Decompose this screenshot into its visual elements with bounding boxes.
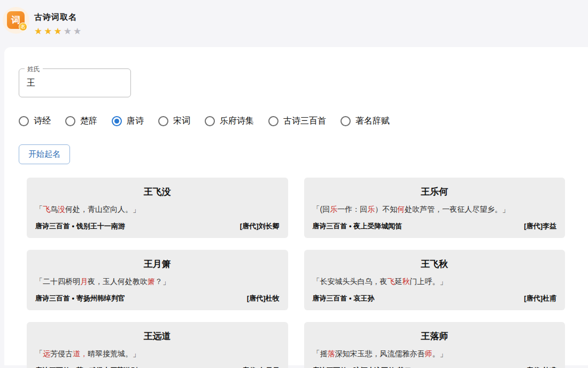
poem-text: 「 — [35, 205, 43, 213]
poem-highlight-char: 秋 — [403, 277, 410, 286]
poem-source: 唐诗三百首 • 咏怀古迹五首·其二 — [313, 366, 412, 368]
poem-author: [唐代]刘长卿 — [240, 221, 280, 231]
generated-name: 王落师 — [313, 328, 557, 342]
corpus-radio-宋词[interactable]: 宋词 — [158, 116, 190, 127]
poem-text: 「二十四桥明 — [35, 277, 80, 286]
poem-highlight-char: 月 — [80, 277, 88, 286]
results-grid: 王飞没 「飞鸟没何处，青山空向人。」 唐诗三百首 • 饯别王十一南游 [唐代]刘… — [27, 178, 565, 368]
poem-text: 「摇 — [313, 349, 328, 358]
poem-source: 唐诗三百首 • 夜上受降城闻笛 — [313, 221, 403, 231]
corpus-radio-label: 著名辞赋 — [355, 116, 390, 127]
poem-source: 唐诗三百首 • 寄扬州韩绰判官 — [35, 294, 125, 303]
poem-text: 处吹芦管，一夜征人尽望乡。」 — [405, 205, 509, 213]
poem-highlight-char: 飞 — [388, 277, 395, 286]
poem-text: 一作：回 — [337, 205, 367, 213]
corpus-radio-label: 楚辞 — [80, 116, 97, 127]
name-result-card[interactable]: 王落师 「摇落深知宋玉悲，风流儒雅亦吾师。」 唐诗三百首 • 咏怀古迹五首·其二… — [304, 322, 566, 368]
logo-badge-icon: 名 — [19, 22, 27, 31]
star-icon[interactable]: ★ — [44, 26, 53, 36]
radio-button-icon[interactable] — [205, 116, 215, 126]
app-header: 词 名 古诗词取名 ★★★★★ — [0, 0, 588, 47]
poem-line: 「二十四桥明月夜，玉人何处教吹箫？」 — [35, 277, 280, 287]
poem-text: 门上呼。」 — [410, 277, 447, 286]
poem-line: 「飞鸟没何处，青山空向人。」 — [35, 205, 280, 214]
poem-author: [唐代]李益 — [524, 221, 556, 231]
poem-text: 何处，青山空向人。」 — [65, 205, 140, 213]
star-icon[interactable]: ★ — [73, 26, 83, 36]
poem-text: 「长安城头头白乌，夜 — [313, 277, 388, 286]
name-result-card[interactable]: 王月箫 「二十四桥明月夜，玉人何处教吹箫？」 唐诗三百首 • 寄扬州韩绰判官 [… — [27, 250, 288, 310]
poem-source: 唐诗三百首 • 饯别王十一南游 — [35, 221, 125, 231]
poem-source: 唐诗三百首 • 哀王孙 — [313, 294, 375, 303]
star-icon[interactable]: ★ — [64, 26, 73, 36]
corpus-radio-唐诗[interactable]: 唐诗 — [112, 116, 144, 127]
corpus-radio-乐府诗集[interactable]: 乐府诗集 — [205, 116, 254, 127]
corpus-radio-label: 唐诗 — [127, 116, 144, 127]
corpus-radio-label: 古诗三百首 — [283, 116, 326, 127]
poem-highlight-char: 乐 — [330, 205, 337, 213]
star-rating[interactable]: ★★★★★ — [34, 27, 83, 36]
poem-highlight-char: 师 — [425, 349, 432, 358]
poem-text: ）不知 — [375, 205, 397, 213]
poem-line: 「摇落深知宋玉悲，风流儒雅亦吾师。」 — [313, 349, 557, 359]
name-result-card[interactable]: 王飞秋 「长安城头头白乌，夜飞延秋门上呼。」 唐诗三百首 • 哀王孙 [唐代]杜… — [304, 250, 566, 310]
poem-text: 晴翠接荒城。」 — [88, 349, 140, 358]
generated-name: 王乐何 — [313, 184, 557, 198]
corpus-radio-group: 诗经 楚辞 唐诗 宋词 乐府诗集 古诗三百首 著名辞赋 — [19, 116, 588, 127]
name-result-card[interactable]: 王飞没 「飞鸟没何处，青山空向人。」 唐诗三百首 • 饯别王十一南游 [唐代]刘… — [27, 178, 288, 238]
poem-text: 夜，玉人何处教吹 — [88, 277, 148, 286]
poem-highlight-char: 箫 — [148, 277, 155, 286]
name-result-card[interactable]: 王远道 「远芳侵古道，晴翠接荒城。」 唐诗三百首 • 草 / 赋得古原草送别 [… — [27, 322, 288, 368]
generated-name: 王飞秋 — [313, 256, 557, 270]
surname-field-wrap: 姓氏 — [19, 68, 131, 97]
poem-text: 「 — [35, 349, 43, 358]
poem-line: 「(回乐一作：回乐）不知何处吹芦管，一夜征人尽望乡。」 — [313, 205, 557, 214]
corpus-radio-label: 乐府诗集 — [220, 116, 254, 127]
radio-button-icon[interactable] — [158, 116, 168, 126]
generated-name: 王远道 — [35, 328, 280, 342]
generated-name: 王月箫 — [35, 256, 280, 270]
star-icon[interactable]: ★ — [34, 26, 44, 36]
poem-author: [唐代]杜牧 — [247, 294, 280, 303]
poem-text: 芳侵古 — [50, 349, 73, 358]
poem-text: ？」 — [155, 277, 170, 286]
page-title: 古诗词取名 — [34, 12, 83, 22]
poem-text: 「(回 — [313, 205, 330, 213]
poem-line: 「远芳侵古道，晴翠接荒城。」 — [35, 349, 280, 359]
star-icon[interactable]: ★ — [54, 26, 64, 36]
surname-field-label: 姓氏 — [25, 65, 43, 74]
radio-button-icon[interactable] — [341, 116, 351, 126]
poem-highlight-char: 乐 — [367, 205, 375, 213]
poem-highlight-char: 远 — [43, 349, 50, 358]
poem-highlight-char: 道， — [73, 349, 88, 358]
poem-source: 唐诗三百首 • 草 / 赋得古原草送别 — [35, 366, 138, 368]
start-naming-button[interactable]: 开始起名 — [19, 144, 70, 164]
poem-text: 。」 — [432, 349, 447, 358]
radio-button-icon[interactable] — [268, 116, 278, 126]
poem-text: 延 — [395, 277, 403, 286]
app-logo-icon: 词 名 — [3, 7, 29, 34]
corpus-radio-label: 诗经 — [34, 116, 51, 127]
corpus-radio-诗经[interactable]: 诗经 — [19, 116, 51, 127]
poem-highlight-char: 飞 — [43, 205, 50, 213]
corpus-radio-古诗三百首[interactable]: 古诗三百首 — [268, 116, 326, 127]
poem-author: [唐代]杜甫 — [524, 366, 556, 368]
poem-author: [唐代]杜甫 — [524, 294, 556, 303]
poem-text: 深知宋玉悲，风流儒雅亦吾 — [335, 349, 425, 358]
poem-highlight-char: 没 — [58, 205, 65, 213]
corpus-radio-label: 宋词 — [173, 116, 190, 127]
poem-highlight-char: 落 — [328, 349, 335, 358]
corpus-radio-楚辞[interactable]: 楚辞 — [65, 116, 97, 127]
radio-button-icon[interactable] — [112, 116, 122, 126]
name-result-card[interactable]: 王乐何 「(回乐一作：回乐）不知何处吹芦管，一夜征人尽望乡。」 唐诗三百首 • … — [304, 178, 566, 238]
radio-button-icon[interactable] — [19, 116, 29, 126]
poem-highlight-char: 何 — [397, 205, 405, 213]
main-panel: 姓氏 诗经 楚辞 唐诗 宋词 乐府诗集 古诗三百首 著名辞赋 开始起名 王飞没 … — [4, 47, 588, 365]
radio-button-icon[interactable] — [65, 116, 75, 126]
corpus-radio-著名辞赋[interactable]: 著名辞赋 — [341, 116, 390, 127]
poem-text: 鸟 — [50, 205, 58, 213]
poem-line: 「长安城头头白乌，夜飞延秋门上呼。」 — [313, 277, 557, 287]
poem-author: [唐代]白居易 — [240, 366, 280, 368]
generated-name: 王飞没 — [35, 184, 280, 198]
